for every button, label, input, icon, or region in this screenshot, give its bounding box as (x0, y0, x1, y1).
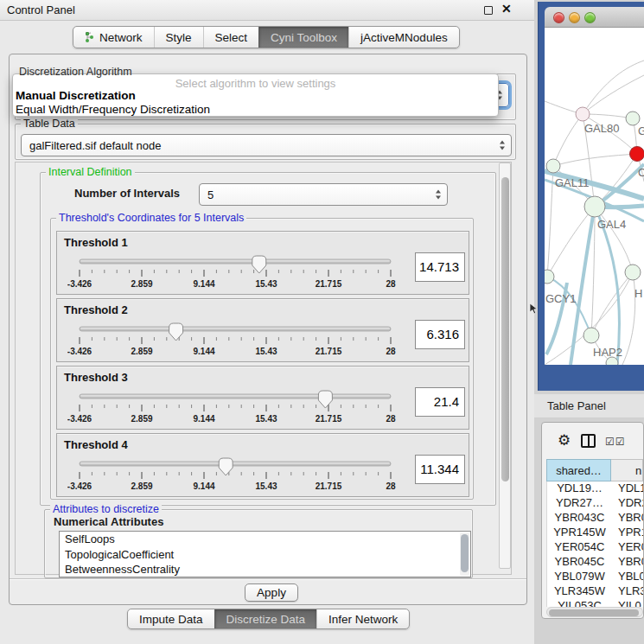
attribute-item-topologicalcoefficient[interactable]: TopologicalCoefficient (60, 547, 470, 563)
close-traffic-light[interactable] (553, 12, 564, 23)
table-row[interactable]: YLR345WYLR3 (547, 584, 643, 599)
table-data-combobox[interactable]: galFiltered.sif default node (21, 134, 512, 156)
divider (10, 578, 526, 580)
table-row[interactable]: YDL19…YDL1 (547, 481, 643, 496)
svg-text:21.715: 21.715 (316, 481, 342, 491)
network-window[interactable]: GAL80GCGAL11GAL4GCY1HHAP2 (538, 2, 644, 391)
dropdown-option-equal-width-frequency[interactable]: Equal Width/Frequency Discretization (16, 103, 210, 116)
svg-text:9.144: 9.144 (193, 279, 214, 289)
network-window-titlebar[interactable] (545, 7, 644, 28)
table-row[interactable]: YBL079WYBL0 (547, 570, 643, 584)
interval-definition-title: Interval Definition (46, 166, 135, 178)
attributes-list-scrollbar[interactable] (460, 532, 469, 576)
network-node[interactable] (546, 159, 560, 173)
cell-shared-name: YDR27… (547, 496, 612, 511)
attributes-list[interactable]: SelfLoopsTopologicalCoefficientBetweenne… (59, 531, 471, 577)
table-row[interactable]: YIL053CYIL0 (547, 599, 643, 607)
dropdown-option-manual-discretization[interactable]: Manual Discretization (16, 89, 136, 102)
tab-discretize-data[interactable]: Discretize Data (214, 609, 317, 628)
node-table: shared… n YDL19…YDL1YDR27…YDR2YBR043CYBR… (546, 459, 643, 617)
close-icon[interactable]: ✕ (501, 2, 512, 16)
svg-text:15.43: 15.43 (255, 347, 277, 356)
main-scrollbar-thumb[interactable] (501, 177, 509, 481)
node-label-c: C (638, 166, 644, 179)
algorithm-placeholder: Select algorithm to view settings (13, 77, 498, 90)
network-edge[interactable] (622, 272, 635, 365)
tab-label: Select (215, 31, 248, 44)
svg-text:-3.426: -3.426 (67, 414, 92, 424)
table-row[interactable]: YER054CYER0 (547, 540, 643, 555)
network-node[interactable] (576, 107, 590, 121)
network-edge[interactable] (583, 75, 644, 114)
cell-shared-name: YPR145W (547, 526, 612, 540)
network-node[interactable] (626, 112, 640, 125)
tab-network[interactable]: Network (73, 27, 154, 48)
column-header-shared-name[interactable]: shared… (546, 459, 611, 481)
gear-icon[interactable]: ⚙ (558, 431, 571, 450)
tab-select[interactable]: Select (203, 27, 259, 48)
threshold-label: Threshold 4 (64, 438, 128, 451)
threshold-panel-3: Threshold 3-3.4262.8599.14415.4321.71528… (56, 366, 469, 430)
threshold-panel-4: Threshold 4-3.4262.8599.14415.4321.71528… (56, 433, 469, 497)
table-data-value: galFiltered.sif default node (29, 139, 161, 152)
attribute-item-betweennesscentrality[interactable]: BetweennessCentrality (60, 562, 470, 577)
cell-shared-name: YER054C (547, 540, 612, 555)
threshold-value-field-1[interactable]: 14.713 (415, 252, 465, 282)
threshold-slider-4[interactable]: -3.4262.8599.14415.4321.71528 (67, 456, 413, 498)
table-horizontal-scrollbar-thumb[interactable] (549, 609, 639, 616)
threshold-value-field-2[interactable]: 6.316 (415, 320, 465, 349)
tab-cyni-toolbox[interactable]: Cyni Toolbox (258, 27, 348, 48)
tab-style[interactable]: Style (154, 27, 203, 48)
tab-label: Network (99, 31, 143, 44)
threshold-slider-2[interactable]: -3.4262.8599.14415.4321.71528 (67, 322, 413, 363)
table-data-group: Table Data galFiltered.sif default node (15, 124, 516, 160)
mouse-cursor (529, 303, 539, 316)
attribute-item-selfloops[interactable]: SelfLoops (60, 532, 470, 547)
tab-infer-network[interactable]: Infer Network (316, 609, 409, 628)
split-columns-icon[interactable] (581, 434, 596, 448)
network-node[interactable] (545, 270, 554, 284)
network-edge[interactable] (547, 277, 591, 335)
tab-jactivemnodules[interactable]: jActiveMNodules (348, 27, 459, 48)
network-canvas[interactable]: GAL80GCGAL11GAL4GCY1HHAP2 (545, 28, 644, 365)
network-edge[interactable] (583, 114, 633, 118)
threshold-value-field-3[interactable]: 21.4 (415, 387, 465, 417)
thresholds-group-title: Threshold's Coordinates for 5 Intervals (56, 212, 246, 224)
network-node[interactable] (625, 265, 641, 280)
float-window-icon[interactable] (484, 6, 493, 15)
cell-name: YBR0 (612, 511, 643, 526)
svg-text:28: 28 (386, 279, 396, 289)
threshold-slider-1[interactable]: -3.4262.8599.14415.4321.71528 (67, 254, 413, 296)
table-row[interactable]: YPR145WYPR1 (547, 526, 643, 540)
column-header-name[interactable]: n (611, 459, 643, 481)
intervals-count-combobox[interactable]: 5 (199, 183, 448, 206)
table-panel-title: Table Panel (547, 399, 606, 412)
table-header-row: shared… n (546, 459, 643, 481)
zoom-traffic-light[interactable] (584, 12, 596, 23)
tab-label: jActiveMNodules (360, 31, 448, 44)
table-row[interactable]: YBR043CYBR0 (547, 511, 643, 526)
network-node[interactable] (584, 196, 605, 217)
network-node[interactable] (630, 147, 644, 162)
table-row[interactable]: YDR27…YDR2 (547, 496, 643, 511)
table-row[interactable]: YBR045CYBR0 (547, 555, 643, 570)
node-label-gcy1: GCY1 (545, 292, 576, 305)
svg-text:2.859: 2.859 (131, 347, 152, 356)
minimize-traffic-light[interactable] (569, 12, 580, 23)
threshold-slider-3[interactable]: -3.4262.8599.14415.4321.71528 (67, 389, 413, 430)
cell-shared-name: YBR045C (547, 555, 612, 570)
network-edge[interactable] (583, 61, 644, 114)
network-node[interactable] (583, 328, 599, 343)
bottom-tab-bar: Impute DataDiscretize DataInfer Network (127, 609, 410, 629)
table-horizontal-scrollbar[interactable] (546, 607, 643, 617)
network-edge[interactable] (591, 272, 633, 335)
main-scrollbar[interactable] (499, 163, 511, 569)
network-edge[interactable] (553, 154, 637, 166)
checkboxes-icon[interactable]: ☑☑ (605, 436, 626, 448)
threshold-value-field-4[interactable]: 11.344 (415, 455, 465, 484)
tab-label: Impute Data (139, 613, 203, 626)
tab-impute-data[interactable]: Impute Data (128, 609, 214, 628)
thresholds-list: Threshold 1-3.4262.8599.14415.4321.71528… (56, 231, 469, 501)
network-edge[interactable] (553, 114, 583, 166)
apply-button[interactable]: Apply (245, 583, 298, 602)
